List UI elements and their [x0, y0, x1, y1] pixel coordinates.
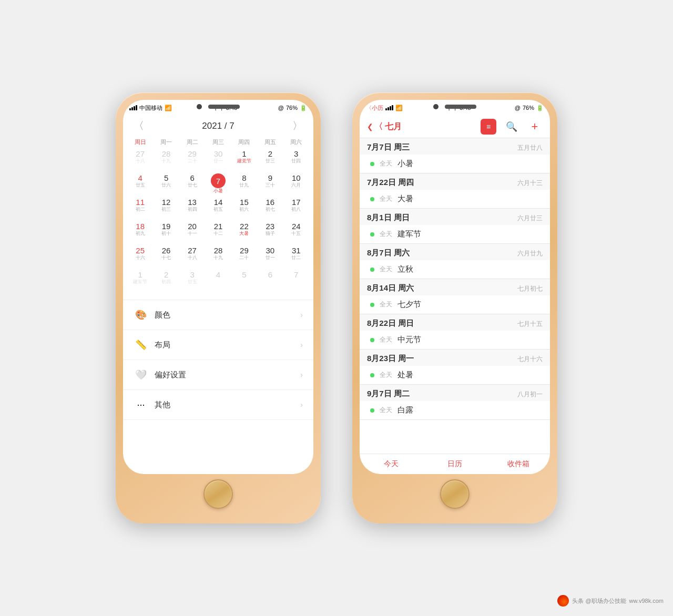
- cal-day-num: 31: [292, 246, 301, 255]
- cal-day-25[interactable]: 22大暑: [231, 221, 257, 245]
- cal-day-num: 8: [242, 173, 246, 182]
- status-right-2: @ 76% 🔋: [515, 105, 544, 111]
- cal-day-7[interactable]: 4廿五: [127, 172, 153, 197]
- search-button[interactable]: 🔍: [504, 119, 519, 135]
- cal-day-40[interactable]: 6: [257, 269, 283, 293]
- cal-day-41[interactable]: 7: [283, 269, 309, 293]
- tab-calendar[interactable]: 日历: [423, 454, 487, 474]
- event-item-6-0[interactable]: 全天 处暑: [360, 366, 550, 384]
- home-button-2[interactable]: [440, 479, 470, 509]
- cal-day-23[interactable]: 20十一: [179, 221, 205, 245]
- cal-day-3[interactable]: 30廿一: [205, 148, 231, 172]
- cal-day-sub: 廿七: [188, 182, 197, 188]
- event-item-4-0[interactable]: 全天 七夕节: [360, 295, 550, 314]
- weekday-wed: 周三: [205, 136, 231, 148]
- cal-day-15[interactable]: 12初三: [153, 197, 179, 221]
- cal-day-37[interactable]: 3廿五: [179, 269, 205, 293]
- back-label[interactable]: 〈小历: [366, 104, 383, 112]
- cal-day-22[interactable]: 19初十: [153, 221, 179, 245]
- event-navbar: ❮ 〈 七月 ≡ 🔍 +: [360, 116, 550, 138]
- cal-day-26[interactable]: 23猫子: [257, 221, 283, 245]
- cal-day-30[interactable]: 27十八: [179, 245, 205, 269]
- event-screen: ❮ 〈 七月 ≡ 🔍 + 7月7日 周三 五月廿八: [360, 116, 550, 474]
- tab-inbox[interactable]: 收件箱: [486, 454, 550, 474]
- event-allday: 全天: [380, 159, 392, 168]
- cal-day-sub: 初七: [266, 207, 275, 212]
- cal-day-num: 13: [188, 198, 197, 207]
- cal-day-19[interactable]: 16初七: [257, 197, 283, 221]
- weekday-thu: 周四: [231, 136, 257, 148]
- cal-day-num: 1: [138, 270, 142, 279]
- signal-icon: [129, 105, 137, 110]
- weekday-sat: 周六: [283, 136, 309, 148]
- event-item-3-0[interactable]: 全天 立秋: [360, 260, 550, 279]
- next-month-button[interactable]: 〉: [292, 119, 303, 133]
- event-item-2-0[interactable]: 全天 建军节: [360, 225, 550, 243]
- event-item-1-0[interactable]: 全天 大暑: [360, 190, 550, 208]
- settings-item-0[interactable]: 🎨 颜色 ›: [123, 300, 313, 330]
- tab-today[interactable]: 今天: [360, 454, 423, 474]
- events-list: 7月7日 周三 五月廿八 全天 小暑 7月22日 周四 六月十三 全天 大暑 8…: [360, 138, 550, 454]
- event-date-header-2: 8月1日 周日 六月廿三: [360, 209, 550, 225]
- cal-day-34[interactable]: 31廿二: [283, 245, 309, 269]
- settings-item-1[interactable]: 📏 布局 ›: [123, 330, 313, 360]
- cal-day-20[interactable]: 17初八: [283, 197, 309, 221]
- cal-day-18[interactable]: 15初六: [231, 197, 257, 221]
- cal-day-21[interactable]: 18初九: [127, 221, 153, 245]
- cal-day-sub: 十六: [136, 255, 145, 261]
- cal-day-24[interactable]: 21十二: [205, 221, 231, 245]
- battery-label: 76%: [286, 105, 298, 111]
- cal-day-27[interactable]: 24十五: [283, 221, 309, 245]
- cal-day-6[interactable]: 3廿四: [283, 148, 309, 172]
- cal-day-8[interactable]: 5廿六: [153, 172, 179, 197]
- home-button[interactable]: [203, 479, 233, 509]
- cal-day-11[interactable]: 8廿九: [231, 172, 257, 197]
- settings-label-0: 颜色: [155, 310, 300, 320]
- phone2: 〈小历 📶 下午 3:48 @ 76% 🔋 ❮: [352, 93, 557, 523]
- settings-item-3[interactable]: ··· 其他 ›: [123, 390, 313, 420]
- location-icon: @: [278, 105, 284, 111]
- settings-chevron-1: ›: [300, 341, 303, 349]
- event-item-5-0[interactable]: 全天 中元节: [360, 331, 550, 349]
- cal-day-1[interactable]: 28十九: [153, 148, 179, 172]
- cal-day-9[interactable]: 6廿七: [179, 172, 205, 197]
- add-event-button[interactable]: +: [527, 119, 543, 135]
- cal-day-28[interactable]: 25十六: [127, 245, 153, 269]
- cal-day-sub: 初十: [161, 231, 171, 237]
- event-date-header-0: 7月7日 周三 五月廿八: [360, 138, 550, 155]
- cal-day-sub: 廿二: [291, 255, 301, 261]
- cal-day-29[interactable]: 26十七: [153, 245, 179, 269]
- cal-day-num: 5: [242, 270, 246, 279]
- cal-day-16[interactable]: 13初四: [179, 197, 205, 221]
- nav-back-button[interactable]: ❮ 〈 七月: [367, 121, 402, 132]
- event-date-4: 8月14日 周六: [367, 283, 414, 293]
- cal-day-38[interactable]: 4: [205, 269, 231, 293]
- cal-day-5[interactable]: 2廿三: [257, 148, 283, 172]
- cal-day-2[interactable]: 29二十: [179, 148, 205, 172]
- event-allday: 全天: [380, 406, 392, 415]
- event-item-0-0[interactable]: 全天 小暑: [360, 155, 550, 173]
- cal-day-0[interactable]: 27十八: [127, 148, 153, 172]
- cal-day-14[interactable]: 11初二: [127, 197, 153, 221]
- cal-day-num: 6: [190, 173, 194, 182]
- battery-icon: 🔋: [300, 105, 307, 111]
- cal-day-33[interactable]: 30廿一: [257, 245, 283, 269]
- cal-day-4[interactable]: 1建党节: [231, 148, 257, 172]
- settings-item-2[interactable]: 🤍 偏好设置 ›: [123, 360, 313, 390]
- prev-month-button[interactable]: 〈: [134, 119, 144, 133]
- cal-day-35[interactable]: 1建军节: [127, 269, 153, 293]
- event-allday: 全天: [380, 230, 392, 239]
- cal-day-13[interactable]: 10六月: [283, 172, 309, 197]
- cal-day-31[interactable]: 28十九: [205, 245, 231, 269]
- cal-day-12[interactable]: 9三十: [257, 172, 283, 197]
- cal-day-36[interactable]: 2初四: [153, 269, 179, 293]
- cal-day-num: 15: [240, 198, 249, 207]
- cal-day-32[interactable]: 29二十: [231, 245, 257, 269]
- cal-day-17[interactable]: 14初五: [205, 197, 231, 221]
- cal-day-39[interactable]: 5: [231, 269, 257, 293]
- list-view-button[interactable]: ≡: [481, 119, 496, 135]
- cal-day-10[interactable]: 7小暑: [205, 172, 231, 197]
- cal-day-num: 7: [211, 173, 226, 188]
- cal-day-sub: 廿九: [239, 182, 249, 188]
- event-item-7-0[interactable]: 全天 白露: [360, 401, 550, 419]
